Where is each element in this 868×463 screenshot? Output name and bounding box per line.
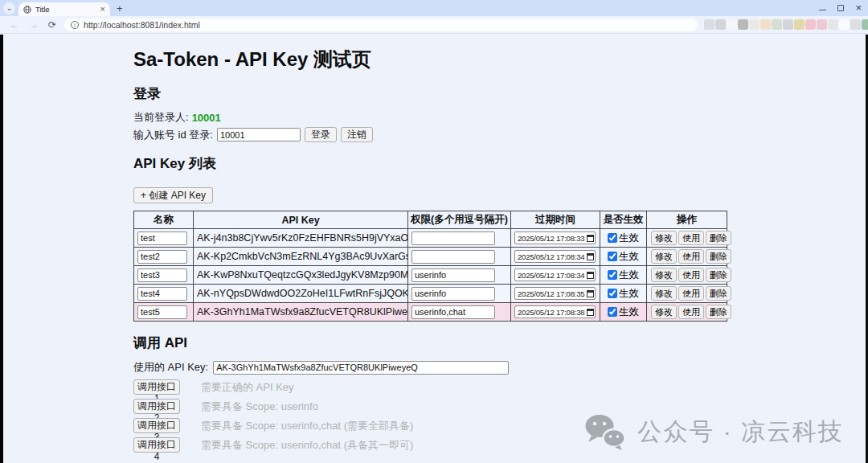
delete-button[interactable]: 删除 [706,231,731,245]
logout-button[interactable]: 注销 [341,127,373,142]
delete-button[interactable]: 删除 [706,305,731,319]
use-button[interactable]: 使用 [678,268,704,282]
expire-datetime-input[interactable]: 2025/05/12 17:08:34 [514,268,596,281]
tab-search-button[interactable]: ⌄ [3,2,15,14]
col-header-scope: 权限(多个用逗号隔开) [408,211,511,229]
scope-input[interactable] [411,305,495,319]
extension-icon[interactable] [794,19,805,30]
modify-button[interactable]: 修改 [651,249,677,264]
active-checkbox[interactable] [608,307,617,317]
expire-value: 2025/05/12 17:08:33 [518,234,584,243]
forward-icon[interactable]: → [29,19,39,31]
create-apikey-button[interactable]: + 创建 API Key [133,187,213,203]
delete-button[interactable]: 删除 [706,286,731,301]
use-button[interactable]: 使用 [678,231,704,245]
col-header-name: 名称 [134,211,194,229]
apikey-list-heading: API Key 列表 [133,154,752,173]
api-key-cell: AK-KwP8NxuTQeqtzcGQx3ledJgyKV8Mzp90MZGE [194,266,408,285]
new-tab-button[interactable]: + [117,2,123,14]
use-button[interactable]: 使用 [678,249,704,264]
extension-icon[interactable] [727,19,737,30]
extension-icon[interactable] [760,19,771,30]
call-api-button[interactable]: 调用接口 4 [133,437,180,453]
scope-input[interactable] [411,250,495,264]
tab-close-icon[interactable]: × [100,5,105,14]
expire-value: 2025/05/12 17:08:38 [518,308,584,317]
calendar-icon[interactable] [587,272,594,279]
scope-input[interactable] [411,268,495,282]
active-checkbox[interactable] [608,270,617,280]
refresh-icon[interactable]: ⟳ [48,19,56,31]
expire-datetime-input[interactable]: 2025/05/12 17:08:34 [514,250,596,263]
call-api-heading: 调用 API [133,334,752,352]
browser-toolbar: ← → ⟳ i http://localhost:8081/index.html [0,16,868,34]
api-call-description: 需要具备 Scope: userinfo [201,399,318,414]
extensions-bar [704,19,868,30]
name-input[interactable] [137,305,187,319]
use-apikey-input[interactable] [213,361,509,375]
left-edge-strip [0,35,3,463]
extension-icon[interactable] [772,19,782,30]
globe-favicon-icon [23,6,31,14]
extension-icon[interactable] [749,19,760,30]
login-input-label: 输入账号 id 登录: [133,128,213,142]
account-id-input[interactable] [217,128,301,141]
window-close-button[interactable]: × [855,2,862,13]
extension-icon[interactable] [783,19,793,30]
active-checkbox[interactable] [608,252,617,261]
scope-input[interactable] [411,287,495,301]
table-row: AK-Kp2CmkbVcN3mEzRNL4Yg3BAc9UvXarGsZkF3 … [134,248,727,266]
calendar-icon[interactable] [587,235,594,242]
name-input[interactable] [137,287,187,301]
delete-button[interactable]: 删除 [706,249,731,264]
api-key-cell: AK-nYQpsDWdwdOO2ZoHeI1LFwtRnFsjJQOKFk3V [194,285,408,303]
address-bar[interactable]: i http://localhost:8081/index.html [64,18,698,31]
calendar-icon[interactable] [587,253,594,260]
api-call-description: 需要具备 Scope: userinfo,chat (需要全部具备) [201,419,413,433]
site-info-icon[interactable]: i [71,21,79,29]
modify-button[interactable]: 修改 [651,305,677,319]
tab-title: Title [35,5,96,14]
extension-icon[interactable] [715,19,726,30]
active-checkbox[interactable] [608,289,617,298]
api-key-cell: AK-j4n3b8CjYwv5rKz0FzEHFBNRs5H9jVYxaOUF [194,229,408,248]
browser-tab[interactable]: Title × [18,2,110,16]
modify-button[interactable]: 修改 [651,268,677,282]
modify-button[interactable]: 修改 [651,286,677,301]
expire-datetime-input[interactable]: 2025/05/12 17:08:33 [514,232,596,244]
name-input[interactable] [137,268,187,282]
table-row: AK-j4n3b8CjYwv5rKz0FzEHFBNRs5H9jVYxaOUF … [134,229,727,248]
call-api-button[interactable]: 调用接口 3 [133,418,180,433]
window-maximize-button[interactable] [837,5,844,11]
watermark: 公众号 · 凉云科技 [583,413,844,450]
extension-icon[interactable] [828,19,838,30]
login-button[interactable]: 登录 [305,127,337,142]
calendar-icon[interactable] [587,309,594,316]
calendar-icon[interactable] [587,290,594,297]
active-checkbox[interactable] [608,233,617,243]
url-text: http://localhost:8081/index.html [84,20,200,30]
extension-icon[interactable] [738,19,748,30]
window-minimize-button[interactable] [819,10,826,11]
extension-icon[interactable] [850,19,861,30]
use-button[interactable]: 使用 [678,305,704,319]
extension-icon[interactable] [862,19,868,30]
name-input[interactable] [137,232,187,245]
call-api-button[interactable]: 调用接口 2 [133,399,180,414]
extension-icon[interactable] [805,19,816,30]
expire-datetime-input[interactable]: 2025/05/12 17:08:38 [514,305,596,318]
name-input[interactable] [137,250,187,264]
col-header-apikey: API Key [194,211,408,229]
col-header-actions: 操作 [647,211,727,229]
expire-datetime-input[interactable]: 2025/05/12 17:08:35 [514,287,596,300]
login-heading: 登录 [133,84,752,103]
back-icon[interactable]: ← [10,19,19,31]
modify-button[interactable]: 修改 [651,231,677,245]
delete-button[interactable]: 删除 [706,268,731,282]
extension-icon[interactable] [839,19,850,30]
extension-icon[interactable] [704,19,714,30]
scope-input[interactable] [411,232,495,245]
use-button[interactable]: 使用 [678,286,704,301]
call-api-button[interactable]: 调用接口 1 [133,379,180,395]
extension-icon[interactable] [817,19,827,30]
